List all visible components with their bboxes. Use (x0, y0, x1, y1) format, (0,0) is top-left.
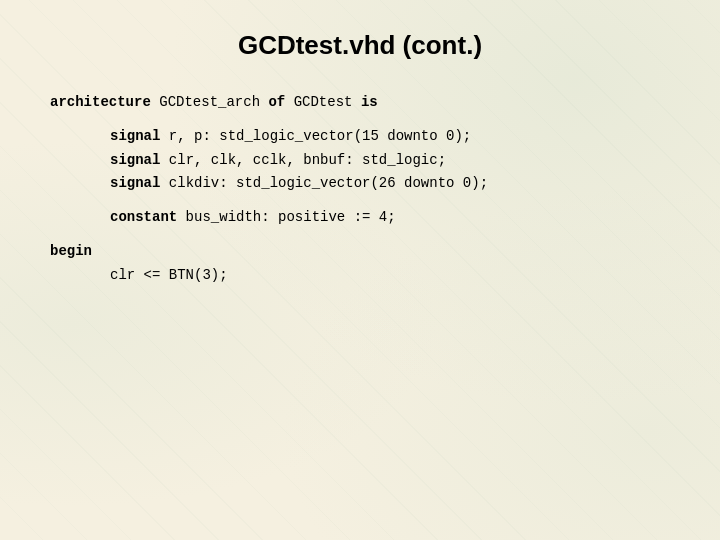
keyword-signal-3: signal (110, 172, 160, 196)
keyword-signal-2: signal (110, 149, 160, 173)
constant-line: constant bus_width: positive := 4; (110, 206, 670, 230)
arch-name: GCDtest_arch (151, 91, 269, 115)
keyword-of: of (268, 91, 285, 115)
constant-content: bus_width: positive := 4; (177, 206, 395, 230)
keyword-begin: begin (50, 240, 92, 264)
clr-line: clr <= BTN(3); (110, 264, 670, 288)
begin-line: begin (50, 240, 670, 264)
keyword-architecture: architecture (50, 91, 151, 115)
keyword-is: is (361, 91, 378, 115)
signal-line-1: signal r, p: std_logic_vector(15 downto … (110, 125, 670, 149)
keyword-signal-1: signal (110, 125, 160, 149)
keyword-constant: constant (110, 206, 177, 230)
signal-line-3: signal clkdiv: std_logic_vector(26 downt… (110, 172, 670, 196)
signal-line-2: signal clr, clk, cclk, bnbuf: std_logic; (110, 149, 670, 173)
clr-content: clr <= BTN(3); (110, 264, 228, 288)
entity-name: GCDtest (285, 91, 361, 115)
signal-3-content: clkdiv: std_logic_vector(26 downto 0); (160, 172, 488, 196)
signal-2-content: clr, clk, cclk, bnbuf: std_logic; (160, 149, 446, 173)
page-title: GCDtest.vhd (cont.) (50, 30, 670, 61)
architecture-line: architecture GCDtest_arch of GCDtest is (50, 91, 670, 115)
signal-1-content: r, p: std_logic_vector(15 downto 0); (160, 125, 471, 149)
code-block: architecture GCDtest_arch of GCDtest is … (50, 91, 670, 288)
